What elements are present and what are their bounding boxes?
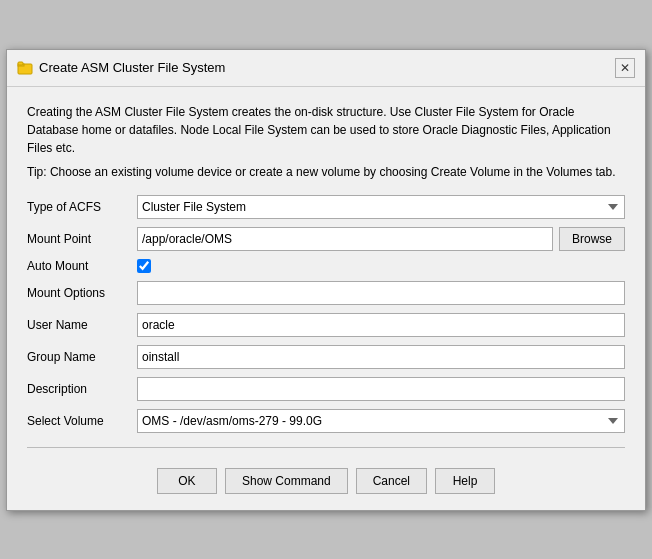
description-input[interactable] bbox=[137, 377, 625, 401]
description-label: Description bbox=[27, 382, 137, 396]
user-name-row: User Name bbox=[27, 313, 625, 337]
mount-options-label: Mount Options bbox=[27, 286, 137, 300]
mount-options-row: Mount Options bbox=[27, 281, 625, 305]
description-control bbox=[137, 377, 625, 401]
cancel-button[interactable]: Cancel bbox=[356, 468, 427, 494]
group-name-label: Group Name bbox=[27, 350, 137, 364]
button-row: OK Show Command Cancel Help bbox=[27, 462, 625, 494]
mount-options-input[interactable] bbox=[137, 281, 625, 305]
auto-mount-checkbox[interactable] bbox=[137, 259, 151, 273]
close-button[interactable]: ✕ bbox=[615, 58, 635, 78]
group-name-input[interactable] bbox=[137, 345, 625, 369]
mount-options-control bbox=[137, 281, 625, 305]
type-of-acfs-row: Type of ACFS Cluster File SystemNode Loc… bbox=[27, 195, 625, 219]
title-bar-left: Create ASM Cluster File System bbox=[17, 60, 225, 76]
mount-point-input[interactable] bbox=[137, 227, 553, 251]
auto-mount-label: Auto Mount bbox=[27, 259, 137, 273]
group-name-control bbox=[137, 345, 625, 369]
create-acfs-dialog: Create ASM Cluster File System ✕ Creatin… bbox=[6, 49, 646, 511]
user-name-label: User Name bbox=[27, 318, 137, 332]
title-bar: Create ASM Cluster File System ✕ bbox=[7, 50, 645, 87]
type-of-acfs-control: Cluster File SystemNode Local File Syste… bbox=[137, 195, 625, 219]
mount-point-control: Browse bbox=[137, 227, 625, 251]
select-volume-label: Select Volume bbox=[27, 414, 137, 428]
show-command-button[interactable]: Show Command bbox=[225, 468, 348, 494]
mount-point-label: Mount Point bbox=[27, 232, 137, 246]
user-name-control bbox=[137, 313, 625, 337]
auto-mount-row: Auto Mount bbox=[27, 259, 625, 273]
description-row: Description bbox=[27, 377, 625, 401]
divider bbox=[27, 447, 625, 448]
ok-button[interactable]: OK bbox=[157, 468, 217, 494]
select-volume-select[interactable]: OMS - /dev/asm/oms-279 - 99.0G bbox=[137, 409, 625, 433]
browse-button[interactable]: Browse bbox=[559, 227, 625, 251]
mount-point-row: Mount Point Browse bbox=[27, 227, 625, 251]
tip-text: Tip: Choose an existing volume device or… bbox=[27, 163, 625, 181]
dialog-body: Creating the ASM Cluster File System cre… bbox=[7, 87, 645, 510]
mount-point-input-row: Browse bbox=[137, 227, 625, 251]
dialog-title: Create ASM Cluster File System bbox=[39, 60, 225, 75]
help-button[interactable]: Help bbox=[435, 468, 495, 494]
user-name-input[interactable] bbox=[137, 313, 625, 337]
group-name-row: Group Name bbox=[27, 345, 625, 369]
select-volume-control: OMS - /dev/asm/oms-279 - 99.0G bbox=[137, 409, 625, 433]
svg-rect-2 bbox=[18, 62, 23, 65]
select-volume-row: Select Volume OMS - /dev/asm/oms-279 - 9… bbox=[27, 409, 625, 433]
description-text: Creating the ASM Cluster File System cre… bbox=[27, 103, 625, 157]
type-of-acfs-label: Type of ACFS bbox=[27, 200, 137, 214]
type-of-acfs-select[interactable]: Cluster File SystemNode Local File Syste… bbox=[137, 195, 625, 219]
dialog-icon bbox=[17, 60, 33, 76]
auto-mount-control bbox=[137, 259, 625, 273]
